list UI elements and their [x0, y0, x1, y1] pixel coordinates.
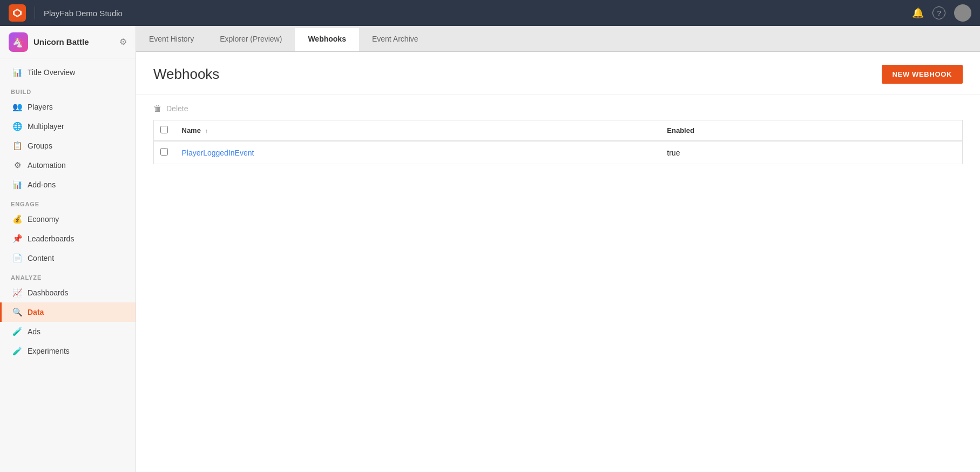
- sidebar-label-multiplayer: Multiplayer: [28, 122, 64, 131]
- notification-icon[interactable]: 🔔: [912, 7, 924, 19]
- multiplayer-icon: 🌐: [12, 122, 22, 131]
- experiments-icon: 🧪: [12, 346, 22, 356]
- sidebar-header: 🦄 Unicorn Battle ⚙: [0, 26, 136, 58]
- table-body: PlayerLoggedInEvent true: [154, 141, 963, 164]
- leaderboards-icon: 📌: [12, 234, 22, 244]
- table-header: Name ↑ Enabled: [154, 120, 963, 141]
- content-body: 🗑 Delete Name ↑ Enabled: [136, 95, 980, 472]
- table-row: PlayerLoggedInEvent true: [154, 141, 963, 164]
- row-checkbox[interactable]: [160, 148, 168, 156]
- webhook-name-link[interactable]: PlayerLoggedInEvent: [182, 149, 254, 157]
- content-area: Webhooks NEW WEBHOOK 🗑 Delete: [136, 52, 980, 472]
- game-icon: 🦄: [9, 32, 28, 52]
- sidebar-label-automation: Automation: [28, 161, 66, 170]
- page-title: Webhooks: [153, 66, 219, 83]
- col-header-enabled: Enabled: [660, 120, 962, 141]
- topbar-icons: 🔔 ?: [912, 4, 971, 22]
- sidebar-label-experiments: Experiments: [28, 347, 70, 355]
- sidebar-item-dashboards[interactable]: 📈 Dashboards: [0, 283, 136, 302]
- sidebar-item-title-overview[interactable]: 📊 Title Overview: [0, 63, 136, 82]
- playfab-logo: [9, 4, 26, 22]
- tab-event-history[interactable]: Event History: [136, 28, 207, 51]
- topbar: PlayFab Demo Studio 🔔 ?: [0, 0, 980, 26]
- row-enabled-cell: true: [660, 141, 962, 164]
- sidebar-item-data[interactable]: 🔍 Data: [0, 302, 136, 322]
- settings-gear-icon[interactable]: ⚙: [119, 37, 127, 47]
- help-icon[interactable]: ?: [932, 6, 945, 19]
- row-checkbox-cell: [154, 141, 175, 164]
- sidebar-item-leaderboards[interactable]: 📌 Leaderboards: [0, 229, 136, 248]
- main-panel: Event History Explorer (Preview) Webhook…: [136, 26, 980, 472]
- col-header-name[interactable]: Name ↑: [175, 120, 661, 141]
- row-name-cell: PlayerLoggedInEvent: [175, 141, 661, 164]
- tab-event-archive[interactable]: Event Archive: [359, 28, 431, 51]
- sidebar-label-content: Content: [28, 254, 54, 262]
- sidebar-item-automation[interactable]: ⚙ Automation: [0, 156, 136, 175]
- sidebar-item-content[interactable]: 📄 Content: [0, 248, 136, 268]
- chart-bar-icon: 📊: [12, 68, 22, 77]
- delete-icon: 🗑: [153, 104, 162, 113]
- sidebar-label-addons: Add-ons: [28, 180, 56, 189]
- sidebar-label-ads: Ads: [28, 327, 40, 336]
- sidebar-label-economy: Economy: [28, 215, 59, 224]
- webhooks-table: Name ↑ Enabled PlayerLoggedIn: [153, 120, 963, 164]
- groups-icon: 📋: [12, 141, 22, 151]
- sidebar-item-addons[interactable]: 📊 Add-ons: [0, 175, 136, 194]
- section-analyze: ANALYZE: [0, 268, 136, 283]
- topbar-studio-title: PlayFab Demo Studio: [44, 9, 905, 18]
- col-header-select: [154, 120, 175, 141]
- sidebar-label-dashboards: Dashboards: [28, 288, 69, 297]
- economy-icon: 💰: [12, 214, 22, 224]
- sidebar-item-economy[interactable]: 💰 Economy: [0, 210, 136, 229]
- tabbar: Event History Explorer (Preview) Webhook…: [136, 26, 980, 52]
- section-build: BUILD: [0, 82, 136, 97]
- sidebar-item-experiments[interactable]: 🧪 Experiments: [0, 341, 136, 361]
- sidebar-item-label: Title Overview: [28, 68, 75, 77]
- sidebar-item-multiplayer[interactable]: 🌐 Multiplayer: [0, 117, 136, 136]
- content-icon: 📄: [12, 253, 22, 263]
- sidebar-nav: 📊 Title Overview BUILD 👥 Players 🌐 Multi…: [0, 58, 136, 472]
- user-avatar[interactable]: [954, 4, 971, 22]
- sidebar: 🦄 Unicorn Battle ⚙ 📊 Title Overview BUIL…: [0, 26, 136, 472]
- sidebar-item-groups[interactable]: 📋 Groups: [0, 136, 136, 156]
- tab-explorer-preview[interactable]: Explorer (Preview): [207, 28, 295, 51]
- sort-icon: ↑: [205, 127, 208, 134]
- automation-icon: ⚙: [12, 160, 22, 170]
- select-all-checkbox[interactable]: [160, 126, 168, 133]
- sidebar-label-data: Data: [28, 308, 44, 316]
- new-webhook-button[interactable]: NEW WEBHOOK: [882, 65, 963, 84]
- sidebar-item-ads[interactable]: 🧪 Ads: [0, 322, 136, 341]
- addons-icon: 📊: [12, 180, 22, 190]
- table-header-row: Name ↑ Enabled: [154, 120, 963, 141]
- section-engage: ENGAGE: [0, 194, 136, 210]
- table-toolbar: 🗑 Delete: [153, 95, 963, 120]
- delete-button[interactable]: Delete: [166, 104, 188, 113]
- players-icon: 👥: [12, 102, 22, 112]
- topbar-divider: [35, 6, 35, 19]
- game-name: Unicorn Battle: [33, 37, 114, 46]
- content-header: Webhooks NEW WEBHOOK: [136, 52, 980, 95]
- sidebar-label-groups: Groups: [28, 141, 52, 150]
- data-icon: 🔍: [12, 307, 22, 317]
- app-layout: 🦄 Unicorn Battle ⚙ 📊 Title Overview BUIL…: [0, 26, 980, 472]
- tab-webhooks[interactable]: Webhooks: [295, 28, 359, 51]
- sidebar-item-players[interactable]: 👥 Players: [0, 97, 136, 117]
- sidebar-label-players: Players: [28, 103, 53, 111]
- dashboards-icon: 📈: [12, 288, 22, 298]
- ads-icon: 🧪: [12, 327, 22, 336]
- sidebar-label-leaderboards: Leaderboards: [28, 234, 74, 243]
